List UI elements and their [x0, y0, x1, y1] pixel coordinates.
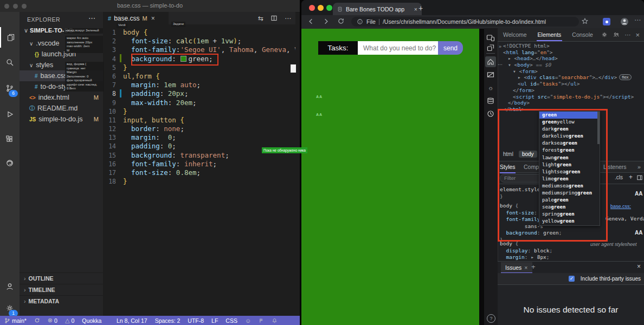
sidebar-item-simple-to-do-js[interactable]: JSsimple-to-do.jsM [20, 114, 103, 125]
bookmark-star-icon[interactable] [581, 17, 589, 25]
flex-badge[interactable]: flex [619, 74, 631, 80]
browser-menu-icon[interactable]: ⋯ [634, 16, 641, 24]
cls-toggle[interactable]: .cls [615, 174, 623, 180]
popout-button[interactable] [485, 42, 496, 53]
extensions-button[interactable] [0, 129, 20, 150]
statusbar-item-ln-8-col-17[interactable]: Ln 8, Col 17 [117, 317, 147, 324]
dropdown-item-mediumseagreen[interactable]: mediumseagreen [539, 183, 600, 190]
dropdown-item-greenyellow[interactable]: greenyellow [539, 119, 600, 126]
dom-node[interactable]: </form> [501, 87, 644, 94]
sun-button[interactable]: ☼ [485, 82, 496, 93]
avatar[interactable] [620, 17, 629, 26]
statusbar-item-main-[interactable]: main* [4, 317, 27, 324]
dropdown-item-darkolivegreen[interactable]: darkolivegreen [539, 133, 600, 140]
statusbar-item[interactable]: ☺ [245, 317, 251, 324]
section-timeline[interactable]: ›TIMELINE [20, 284, 103, 295]
account-button[interactable] [0, 276, 20, 297]
dom-node[interactable]: ▸ <head>…</head> [501, 55, 644, 62]
dropdown-item-forestgreen[interactable]: forestgreen [539, 147, 600, 154]
statusbar-item[interactable] [34, 317, 40, 323]
dropdown-item-palegreen[interactable]: palegreen [539, 197, 600, 204]
window-zoom-icon[interactable] [326, 5, 332, 11]
split-editor-icon[interactable] [271, 15, 278, 22]
stylesheet-link[interactable]: base.css: [610, 204, 631, 209]
reload-icon[interactable] [337, 17, 345, 25]
dom-node[interactable]: <!DOCTYPE html> [501, 43, 644, 49]
extension-icon[interactable] [603, 18, 610, 25]
dom-node[interactable]: </body> [501, 100, 644, 106]
section-outline[interactable]: ›OUTLINE [20, 272, 103, 284]
statusbar-item-0[interactable]: ⊗0 [48, 317, 57, 324]
close-drawer-icon[interactable]: × [637, 263, 641, 270]
more-tabs-icon[interactable]: » [637, 161, 641, 172]
dropdown-item-green[interactable]: green [539, 112, 600, 119]
dom-node[interactable]: ▾ <body> == $0 [501, 62, 644, 68]
settings-gear-icon[interactable] [601, 31, 608, 38]
run-debug-button[interactable] [0, 104, 20, 125]
dropdown-item-springgreen[interactable]: springgreen [539, 211, 600, 218]
dom-node[interactable]: ▸ <div class="searchbar">…</div>flex [501, 74, 644, 81]
home-button[interactable] [485, 56, 496, 67]
inspect-box-button[interactable] [485, 69, 496, 80]
dropdown-item-mediumspringgreen[interactable]: mediumspringgreen [539, 190, 600, 197]
browser-tab[interactable]: Bare Bones TODO app × [333, 3, 422, 15]
window-close-icon[interactable] [309, 5, 315, 11]
explorer-button[interactable] [0, 27, 21, 48]
more-actions-icon[interactable]: ⋯ [88, 14, 95, 22]
open-changes-icon[interactable]: ⇆ [258, 15, 263, 22]
devtools-tab-welcome[interactable]: Welcome [498, 28, 532, 41]
third-party-checkbox[interactable]: ✓ [569, 276, 575, 282]
clock-button[interactable] [485, 108, 496, 119]
statusbar-item[interactable] [272, 317, 278, 324]
tab-issues[interactable]: Issues × [501, 262, 532, 274]
help-icon[interactable]: ? [487, 314, 495, 323]
send-button[interactable]: send [438, 41, 463, 55]
statusbar-item-quokka[interactable]: Quokka [82, 317, 101, 324]
search-button[interactable] [0, 52, 20, 73]
close-issues-tab-icon[interactable]: × [524, 264, 527, 271]
more-actions-icon[interactable]: ⋯ [624, 31, 630, 38]
statusbar-item-lf[interactable]: LF [211, 317, 218, 324]
statusbar-item-0[interactable]: △0 [65, 317, 74, 324]
window-minimize-icon[interactable] [318, 5, 324, 11]
sidebar-item-index-html[interactable]: <>index.htmlM [20, 92, 103, 103]
statusbar-item-css[interactable]: CSS [226, 317, 237, 324]
dom-node[interactable]: ▾ <form> [501, 68, 644, 75]
dropdown-item-lightgreen[interactable]: lightgreen [539, 161, 600, 168]
close-tab-icon[interactable]: × [151, 15, 155, 22]
dropdown-item-seagreen[interactable]: seagreen [539, 204, 600, 211]
storage-button[interactable] [485, 95, 496, 106]
statusbar-item-spaces-2[interactable]: Spaces: 2 [155, 317, 181, 324]
source-control-button[interactable]: 6 [0, 78, 20, 99]
task-input[interactable] [358, 41, 438, 55]
close-tab-icon[interactable]: × [414, 6, 417, 12]
tab-base-css[interactable]: # base.css M × [103, 12, 169, 24]
url-bar[interactable]: File /Users/chrishellmann/Documents/GitH… [351, 17, 579, 27]
edge-tools-button[interactable] [0, 153, 20, 173]
dom-node[interactable]: <ul id="tasks"></ul> [501, 81, 644, 87]
sidebar-item-readme-md[interactable]: ⓘREADME.md [20, 103, 103, 114]
dropdown-item-darkseagreen[interactable]: darkseagreen [539, 140, 600, 147]
forward-icon[interactable] [322, 17, 330, 25]
dropdown-item-darkgreen[interactable]: darkgreen [539, 126, 600, 133]
back-icon[interactable] [307, 17, 315, 25]
scrollbar[interactable] [597, 112, 600, 144]
devtools-tab-console[interactable]: Console [566, 28, 598, 41]
dropdown-item-lawngreen[interactable]: lawngreen [539, 154, 600, 161]
more-actions-icon[interactable]: ⋯ [285, 15, 291, 22]
statusbar-item-utf-8[interactable]: UTF-8 [188, 317, 204, 324]
device-toolbar-button[interactable] [485, 32, 496, 43]
vscode-editor[interactable]: # base.css M × ⇆ ⋯ 1body {2 font-size: c… [103, 12, 295, 316]
new-tab-icon[interactable]: + [418, 4, 423, 12]
new-style-rule-icon[interactable]: + [629, 173, 633, 181]
dropdown-item-limegreen[interactable]: limegreen [539, 176, 600, 183]
dom-node[interactable]: <script src="simple-to-do.js"></script> [501, 94, 644, 100]
dropdown-item-yellowgreen[interactable]: yellowgreen [539, 218, 600, 225]
add-drawer-tab-icon[interactable]: + [531, 263, 536, 271]
section-metadata[interactable]: ›METADATA [20, 295, 103, 307]
rule-body-user-agent[interactable]: body { display: block; margin: ▸ 8px; [500, 240, 552, 261]
dom-tree[interactable]: <!DOCTYPE html><html lang="en">▸ <head>…… [501, 43, 644, 113]
devtools-tab-elements[interactable]: Elements [532, 28, 567, 41]
close-devtools-icon[interactable]: × [635, 31, 640, 39]
info-icon[interactable] [357, 18, 363, 25]
